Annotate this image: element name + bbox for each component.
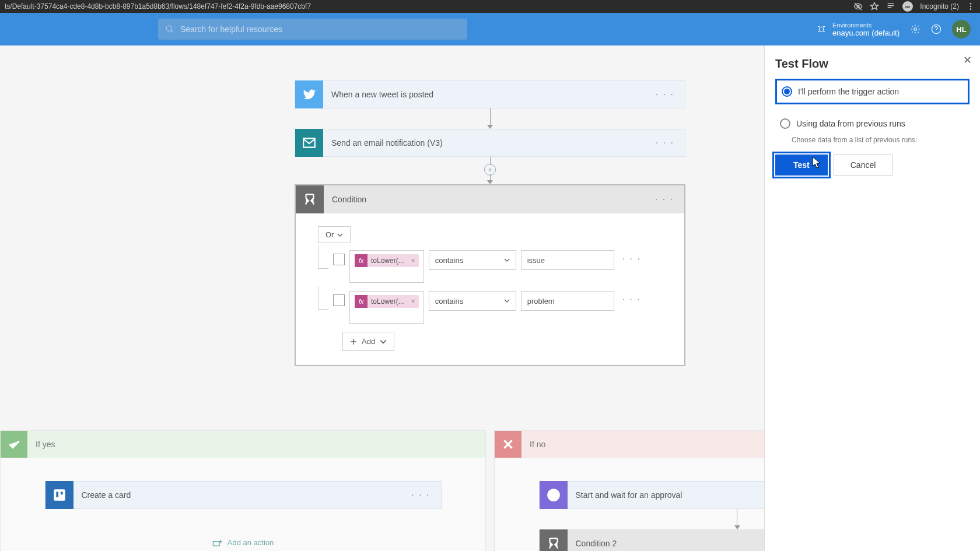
condition-title: Condition (324, 195, 645, 204)
star-icon[interactable] (870, 2, 879, 11)
condition-row: fx toLower(... × contains · · · (318, 291, 662, 324)
search-input[interactable] (180, 24, 460, 34)
remove-chip-button[interactable]: × (408, 297, 419, 306)
fx-expression-chip[interactable]: fx toLower(... × (355, 254, 419, 267)
value-input[interactable] (521, 250, 614, 270)
incognito-label: Incognito (2) (920, 2, 959, 10)
radio-manual-label: I'll perform the trigger action (798, 87, 899, 96)
fx-expression-chip[interactable]: fx toLower(... × (355, 295, 419, 308)
add-condition-label: Add (362, 337, 375, 346)
radio-previous-label: Using data from previous runs (796, 119, 905, 128)
fx-icon: fx (355, 254, 368, 267)
menu-dots-icon[interactable] (966, 2, 975, 11)
expression-input[interactable]: fx toLower(... × (349, 291, 424, 324)
help-icon[interactable] (931, 24, 942, 34)
if-no-label: If no (522, 440, 554, 449)
svg-point-6 (970, 8, 972, 10)
chevron-down-icon (504, 257, 510, 263)
search-icon (165, 24, 174, 34)
trello-more-button[interactable]: · · · (401, 490, 440, 500)
condition-icon (296, 185, 324, 213)
radio-manual-trigger[interactable] (782, 86, 792, 97)
radio-previous-runs[interactable] (780, 118, 790, 129)
twitter-icon (295, 80, 323, 108)
row-more-button[interactable]: · · · (619, 291, 645, 308)
trello-action-title: Create a card (74, 490, 401, 500)
approval-icon (540, 481, 568, 509)
panel-title: Test Flow (775, 57, 970, 71)
trigger-card[interactable]: When a new tweet is posted · · · (295, 80, 685, 108)
add-action-icon (212, 539, 223, 547)
add-condition-button[interactable]: Add (342, 332, 394, 351)
email-icon (295, 129, 323, 157)
test-flow-panel: Test Flow ✕ I'll perform the trigger act… (764, 45, 980, 551)
close-panel-button[interactable]: ✕ (963, 54, 972, 66)
row-checkbox[interactable] (333, 294, 345, 306)
connector-arrow: + (484, 157, 496, 184)
svg-point-4 (970, 3, 972, 5)
add-action-label: Add an action (228, 538, 274, 547)
trello-action-card[interactable]: Create a card · · · (45, 481, 442, 509)
connector-arrow (734, 509, 740, 529)
radio-option-previous-runs[interactable]: Using data from previous runs (775, 113, 970, 135)
group-operator-label: Or (326, 230, 334, 239)
condition-icon (540, 529, 568, 551)
insert-step-button[interactable]: + (484, 164, 496, 176)
chevron-down-icon (380, 338, 387, 345)
reading-list-icon[interactable] (886, 2, 895, 11)
browser-chrome-bar: ts/Default-37574ca4-cde8-4d8b-bcb8-897b1… (0, 0, 980, 13)
app-topbar: Environments enayu.com (default) HL (0, 13, 980, 45)
if-yes-label: If yes (27, 440, 63, 449)
svg-line-8 (171, 30, 173, 33)
environment-label: Environments (832, 22, 900, 29)
tree-connector (318, 245, 328, 269)
radio-option-manual-trigger[interactable]: I'll perform the trigger action (775, 79, 970, 104)
user-avatar[interactable]: HL (952, 20, 971, 38)
fx-expression-text: toLower(... (368, 257, 408, 265)
group-operator-dropdown[interactable]: Or (318, 226, 351, 243)
cancel-button[interactable]: Cancel (834, 155, 893, 176)
operator-value: contains (435, 256, 463, 265)
svg-rect-14 (213, 541, 219, 546)
expression-input[interactable]: fx toLower(... × (349, 250, 424, 283)
chevron-down-icon (504, 298, 510, 304)
trigger-more-button[interactable]: · · · (645, 89, 685, 100)
svg-rect-13 (60, 492, 63, 496)
condition-more-button[interactable]: · · · (645, 194, 684, 205)
row-more-button[interactable]: · · · (619, 250, 645, 268)
condition-header[interactable]: Condition · · · (296, 185, 684, 213)
add-action-button[interactable]: Add an action (212, 538, 274, 547)
connector-arrow (487, 108, 493, 129)
previous-runs-hint: Choose data from a list of previous runs… (792, 136, 970, 144)
svg-rect-12 (55, 492, 58, 498)
email-more-button[interactable]: · · · (645, 138, 685, 148)
eye-off-icon[interactable] (853, 2, 863, 11)
condition-row: fx toLower(... × contains · · · (318, 250, 662, 283)
environment-picker[interactable]: Environments enayu.com (default) (816, 22, 900, 37)
operator-dropdown[interactable]: contains (429, 291, 516, 311)
row-checkbox[interactable] (333, 254, 345, 265)
chevron-down-icon (337, 232, 343, 238)
svg-point-2 (906, 6, 908, 8)
gear-icon[interactable] (910, 24, 921, 34)
value-input[interactable] (521, 291, 614, 311)
search-box[interactable] (158, 19, 467, 40)
svg-point-9 (914, 28, 917, 31)
if-yes-branch: If yes Create a card · · · Add an action (0, 430, 486, 551)
environment-icon (816, 24, 827, 34)
email-action-card[interactable]: Send an email notification (V3) · · · (295, 129, 685, 157)
svg-point-3 (908, 6, 910, 8)
condition-card: Condition · · · Or fx toLower(... (295, 184, 685, 366)
fx-icon: fx (355, 295, 368, 308)
svg-point-5 (970, 6, 972, 8)
svg-point-7 (166, 26, 172, 31)
test-button[interactable]: Test (775, 155, 828, 176)
operator-dropdown[interactable]: contains (429, 250, 516, 270)
incognito-avatar-icon[interactable] (902, 1, 913, 12)
check-icon (1, 431, 27, 458)
trigger-title: When a new tweet is posted (323, 90, 645, 99)
x-icon (495, 431, 522, 458)
tree-connector (318, 286, 328, 310)
fx-expression-text: toLower(... (368, 297, 408, 306)
remove-chip-button[interactable]: × (408, 257, 419, 265)
